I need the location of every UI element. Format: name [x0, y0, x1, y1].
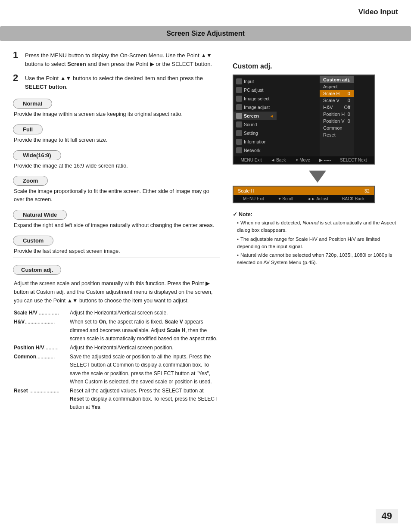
- hv-key: H&V.....................: [13, 317, 69, 343]
- zoom-label: Zoom: [13, 176, 48, 186]
- imageadjust-icon: [236, 104, 242, 110]
- sidebar-imageadjust-label: Image adjust: [244, 105, 270, 110]
- osd-sidebar-network: Network: [234, 146, 277, 155]
- osd-posh-val: 0: [348, 112, 350, 117]
- normal-section: Normal Provide the image within a screen…: [13, 94, 220, 118]
- osd-sidebar-setting: Setting: [234, 129, 277, 137]
- natural-wide-section: Natural Wide Expand the right and left s…: [13, 205, 220, 230]
- sound-icon: [236, 121, 242, 128]
- note-item-1: When no signal is detected, Normal is se…: [237, 219, 402, 234]
- sidebar-info-label: Information: [244, 139, 267, 144]
- wide169-desc: Provide the image at the 16:9 wide scree…: [14, 162, 220, 170]
- osd-scalev-label: Scale V: [323, 98, 339, 103]
- full-label: Full: [13, 124, 43, 134]
- note-text: When no signal is detected, Normal is se…: [233, 219, 402, 267]
- osd-item-scaleh: Scale H0: [320, 90, 354, 97]
- arrow-down-container: [233, 171, 402, 184]
- note-item-3: Natural wide cannot be selected when 720…: [237, 252, 402, 267]
- table-row: Common............. Save the adjusted sc…: [13, 352, 220, 386]
- custom-adj-right-title: Custom adj.: [233, 62, 402, 70]
- osd-sidebar-pcadjust: PC adjust: [234, 86, 277, 94]
- sidebar-network-label: Network: [244, 148, 261, 153]
- osd-footer: MENU Exit ◄ Back ✦ Move ▶ ----- SELECT N…: [234, 156, 374, 164]
- osd-posv-val: 0: [348, 118, 350, 124]
- osd-item-aspect: Aspect: [320, 83, 354, 90]
- wide169-label: Wide(16:9): [13, 150, 61, 160]
- osd-hv-label: H&V: [323, 105, 333, 110]
- adj-table: Scale H/V .............. Adjust the Hori…: [13, 308, 220, 412]
- note-box: Note: When no signal is detected, Normal…: [233, 211, 402, 267]
- scale-h-value: 32: [364, 188, 370, 193]
- osd-item-common: Common: [320, 124, 354, 131]
- zoom-desc: Scale the image proportionally to fit th…: [14, 187, 220, 204]
- sidebar-setting-label: Setting: [244, 131, 258, 136]
- section-title: Screen Size Adjustment: [166, 30, 245, 37]
- divider: [13, 258, 220, 258]
- custom-label: Custom: [13, 236, 53, 246]
- wide169-section: Wide(16:9) Provide the image at the 16:9…: [13, 146, 220, 170]
- osd-sidebar: Input PC adjust Image select Image adjus…: [234, 75, 277, 156]
- normal-label: Normal: [13, 99, 52, 109]
- scale-h-header: Scale H 32: [234, 187, 374, 195]
- arrow-down-icon: [309, 171, 326, 183]
- table-row: H&V..................... When set to On,…: [13, 317, 220, 343]
- reset-key: Reset .....................: [13, 386, 69, 412]
- screen-arrow: ◄: [270, 113, 274, 118]
- osd-scaleh-val: 0: [348, 91, 350, 96]
- sidebar-input-label: Input: [244, 79, 254, 84]
- scale-hv-key: Scale H/V ..............: [13, 308, 69, 317]
- custom-section: Custom Provide the last stored aspect sc…: [13, 231, 220, 255]
- position-hv-val: Adjust the Horizontal/Vertical screen po…: [69, 343, 220, 352]
- setting-icon: [236, 130, 242, 136]
- sidebar-pcadjust-label: PC adjust: [244, 87, 264, 93]
- osd-main-panel: Custom adj. Aspect Scale H0 Scale V0 H&V…: [320, 75, 354, 156]
- header-title: Video Input: [358, 8, 398, 16]
- scale-h-adjust: ◄► Adjust: [307, 196, 328, 201]
- input-icon: [236, 78, 242, 84]
- sidebar-sound-label: Sound: [244, 122, 257, 127]
- osd-item-hv: H&VOff: [320, 104, 354, 111]
- osd-sidebar-info: Information: [234, 137, 277, 146]
- osd-footer-move: ✦ Move: [295, 158, 310, 162]
- custom-adj-desc: Adjust the screen scale and position man…: [14, 279, 220, 305]
- scale-h-back: BACK Back: [342, 196, 364, 201]
- screen-icon: [236, 113, 242, 119]
- osd-footer-select: SELECT Next: [340, 158, 367, 162]
- osd-aspect-label: Aspect: [323, 84, 338, 89]
- right-column: Custom adj. Input PC adjust Image: [228, 45, 411, 412]
- osd-posh-label: Position H: [323, 112, 345, 117]
- sidebar-screen-label: Screen: [244, 113, 259, 118]
- osd-item-scalev: Scale V0: [320, 97, 354, 104]
- osd-sidebar-imageselect: Image select: [234, 94, 277, 103]
- note-item-2: The adjustable range for Scale H/V and P…: [237, 236, 402, 251]
- hv-val: When set to On, the aspect ratio is fixe…: [69, 317, 220, 343]
- osd-reset-label: Reset: [323, 132, 336, 137]
- osd-sidebar-input: Input: [234, 77, 277, 86]
- osd-footer-back: ◄ Back: [271, 158, 286, 162]
- position-hv-key: Position H/V..........: [13, 343, 69, 352]
- step-2: 2 Use the Point ▲▼ buttons to select the…: [13, 74, 220, 91]
- osd-sidebar-screen: Screen ◄: [234, 112, 277, 120]
- page-number: 49: [376, 509, 398, 523]
- osd-scalev-val: 0: [348, 98, 350, 103]
- pcadjust-icon: [236, 87, 242, 93]
- note-title: Note:: [233, 211, 402, 218]
- common-key: Common.............: [13, 352, 69, 386]
- section-title-box: Screen Size Adjustment: [0, 26, 411, 41]
- normal-desc: Provide the image within a screen size k…: [14, 110, 220, 118]
- osd-item-posh: Position H0: [320, 111, 354, 118]
- full-section: Full Provide the image to fit full scree…: [13, 120, 220, 144]
- scale-hv-val: Adjust the Horizontal/Vertical screen sc…: [69, 308, 220, 317]
- step-1: 1 Press the MENU button to display the O…: [13, 51, 220, 68]
- osd-common-label: Common: [323, 125, 342, 131]
- step-2-text: Use the Point ▲▼ buttons to select the d…: [25, 74, 220, 91]
- table-row: Position H/V.......... Adjust the Horizo…: [13, 343, 220, 352]
- natural-wide-desc: Expand the right and left side of images…: [14, 221, 220, 230]
- page-header: Video Input: [0, 0, 411, 20]
- zoom-section: Zoom Scale the image proportionally to f…: [13, 171, 220, 204]
- common-val: Save the adjusted scale or position to a…: [69, 352, 220, 386]
- osd-footer-next: ▶ -----: [319, 158, 331, 162]
- table-row: Reset ..................... Reset all th…: [13, 386, 220, 412]
- scale-h-bar: Scale H 32 MENU Exit ✦ Scroll ◄► Adjust …: [233, 186, 375, 203]
- osd-hv-val: Off: [344, 105, 350, 110]
